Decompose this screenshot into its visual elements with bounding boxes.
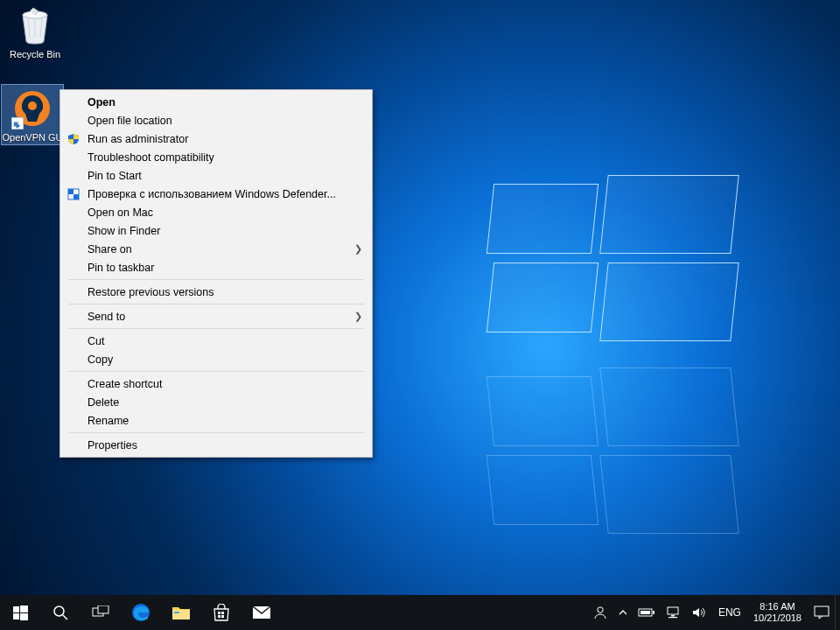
menu-item-pin-to-start[interactable]: Pin to Start <box>61 166 371 185</box>
chevron-right-icon: ❯ <box>354 243 362 255</box>
openvpn-icon <box>11 88 53 130</box>
svg-rect-16 <box>172 610 190 620</box>
recycle-bin-icon <box>14 4 56 46</box>
clock-time: 8:16 AM <box>760 601 794 612</box>
svg-line-12 <box>63 615 67 620</box>
svg-point-23 <box>598 607 603 612</box>
taskbar-app-explorer[interactable] <box>161 595 201 630</box>
tray-volume[interactable] <box>687 595 713 630</box>
menu-separator <box>68 304 364 304</box>
menu-item-open[interactable]: Open <box>61 93 371 111</box>
chevron-up-icon <box>619 608 627 617</box>
context-menu: Open Open file location Run as administr… <box>60 89 373 458</box>
taskbar: ENG 8:16 AM 10/21/2018 <box>0 595 840 630</box>
menu-item-cut[interactable]: Cut <box>61 332 371 350</box>
battery-icon <box>638 607 655 618</box>
menu-item-rename[interactable]: Rename <box>61 411 371 430</box>
svg-rect-10 <box>20 613 28 620</box>
search-button[interactable] <box>40 595 80 630</box>
shield-icon <box>66 132 80 146</box>
menu-item-show-in-finder[interactable]: Show in Finder <box>61 221 371 240</box>
svg-rect-14 <box>98 606 108 613</box>
desktop-icon-label: Recycle Bin <box>10 49 60 60</box>
menu-item-send-to[interactable]: Send to ❯ <box>61 307 371 326</box>
windows-logo-reflection <box>490 359 735 534</box>
menu-item-run-as-admin[interactable]: Run as administrator <box>61 130 371 148</box>
menu-item-restore-versions[interactable]: Restore previous versions <box>61 283 371 301</box>
desktop-icon-recycle-bin[interactable]: Recycle Bin <box>4 4 66 60</box>
menu-item-pin-to-taskbar[interactable]: Pin to taskbar <box>61 258 371 276</box>
defender-icon <box>66 187 80 201</box>
chevron-right-icon: ❯ <box>354 311 362 322</box>
search-icon <box>52 605 68 620</box>
folder-icon <box>172 605 191 620</box>
tray-language[interactable]: ENG <box>713 595 746 630</box>
svg-rect-6 <box>74 194 79 200</box>
start-button[interactable] <box>0 595 40 630</box>
store-icon <box>213 604 230 621</box>
people-icon <box>592 605 608 620</box>
menu-item-delete[interactable]: Delete <box>61 393 371 411</box>
svg-rect-26 <box>640 611 650 614</box>
clock-date: 10/21/2018 <box>753 612 802 624</box>
svg-rect-27 <box>668 607 678 614</box>
menu-separator <box>68 279 364 280</box>
tray-people[interactable] <box>587 595 613 630</box>
svg-point-2 <box>28 102 37 110</box>
windows-logo-icon <box>13 606 28 620</box>
svg-rect-19 <box>221 612 224 614</box>
svg-rect-5 <box>68 189 74 194</box>
desktop[interactable]: Recycle Bin OpenVPN GU Open Open file lo… <box>0 0 840 630</box>
tray-battery[interactable] <box>633 595 661 630</box>
svg-rect-9 <box>13 613 19 620</box>
task-view-button[interactable] <box>80 595 121 630</box>
svg-rect-7 <box>13 606 19 612</box>
task-view-icon <box>92 606 109 620</box>
svg-rect-18 <box>218 612 220 614</box>
menu-item-defender-scan[interactable]: Проверка с использованием Windows Defend… <box>61 185 371 203</box>
taskbar-app-store[interactable] <box>201 595 242 630</box>
svg-rect-28 <box>671 615 675 617</box>
mail-icon <box>252 606 271 620</box>
svg-point-11 <box>54 606 64 616</box>
svg-rect-17 <box>174 612 179 613</box>
show-desktop-button[interactable] <box>835 595 840 630</box>
svg-rect-21 <box>221 615 224 618</box>
svg-rect-25 <box>653 611 654 614</box>
svg-rect-30 <box>815 606 829 616</box>
edge-icon <box>131 603 150 622</box>
notification-icon <box>814 606 830 620</box>
menu-item-open-file-location[interactable]: Open file location <box>61 111 371 130</box>
tray-overflow[interactable] <box>613 595 633 630</box>
svg-rect-20 <box>218 615 220 618</box>
menu-item-properties[interactable]: Properties <box>61 436 371 454</box>
taskbar-app-edge[interactable] <box>121 595 161 630</box>
taskbar-app-mail[interactable] <box>242 595 282 630</box>
network-icon <box>666 606 682 619</box>
tray-network[interactable] <box>661 595 687 630</box>
speaker-icon <box>692 606 708 619</box>
menu-separator <box>68 371 364 372</box>
menu-item-open-on-mac[interactable]: Open on Mac <box>61 203 371 221</box>
desktop-icon-openvpn[interactable]: OpenVPN GU <box>2 85 63 144</box>
menu-item-copy[interactable]: Copy <box>61 350 371 368</box>
svg-rect-29 <box>668 617 677 618</box>
menu-item-troubleshoot[interactable]: Troubleshoot compatibility <box>61 148 371 166</box>
menu-item-share-on[interactable]: Share on ❯ <box>61 240 371 258</box>
menu-separator <box>68 432 364 433</box>
menu-item-create-shortcut[interactable]: Create shortcut <box>61 374 371 393</box>
svg-rect-8 <box>20 606 28 612</box>
windows-logo-decor <box>490 175 735 350</box>
desktop-icon-label: OpenVPN GU <box>2 132 62 143</box>
menu-separator <box>68 328 364 329</box>
tray-action-center[interactable] <box>808 595 835 630</box>
tray-clock[interactable]: 8:16 AM 10/21/2018 <box>746 595 808 630</box>
